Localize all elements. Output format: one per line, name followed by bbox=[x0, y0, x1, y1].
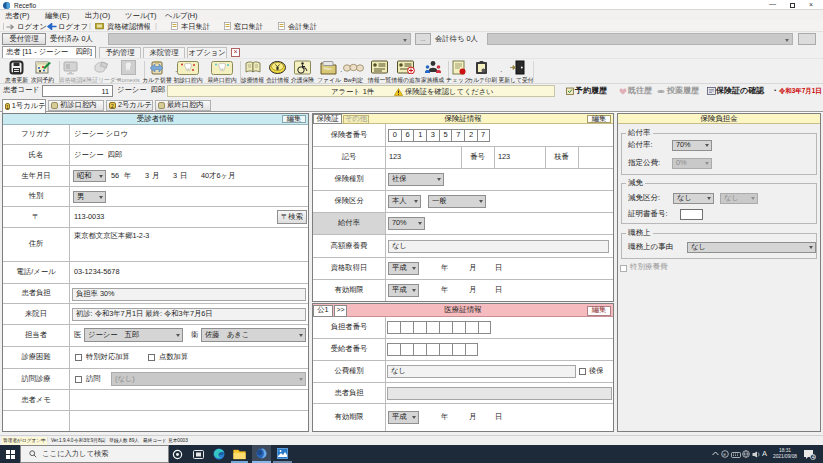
svg-text:4: 4 bbox=[812, 454, 815, 460]
svg-text:Files: Files bbox=[324, 67, 332, 71]
svg-text:e: e bbox=[723, 452, 726, 457]
